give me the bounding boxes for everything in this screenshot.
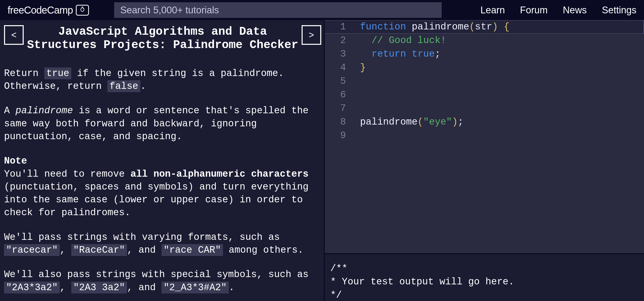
editor-line[interactable]: 4} [325, 61, 644, 74]
code-content[interactable]: function palindrome(str) { [353, 20, 644, 34]
text: , and [127, 282, 162, 293]
text: (punctuation, spaces and symbols) and tu… [4, 181, 309, 218]
gutter-number: 5 [325, 74, 353, 88]
code-content[interactable] [353, 74, 644, 88]
search-container [114, 2, 442, 18]
code-content[interactable]: palindrome("eye"); [353, 115, 644, 129]
code-ex5: "2A3 3a2" [71, 282, 127, 293]
editor-line[interactable]: 2 // Good luck! [325, 34, 644, 47]
gutter-number: 1 [325, 20, 353, 34]
note-heading: Note [4, 156, 27, 166]
code-content[interactable]: } [353, 61, 644, 74]
code-ex1: "racecar" [4, 244, 60, 256]
desc-p4: We'll pass strings with varying formats,… [4, 231, 321, 257]
bold-nonalpha: all non-alphanumeric characters [131, 169, 309, 179]
top-nav: freeCodeCamp Learn Forum News Settings [0, 0, 644, 20]
text: among others. [223, 245, 303, 255]
code-ex4: "2A3*3a2" [4, 282, 60, 293]
text: , [60, 245, 71, 255]
nav-links: Learn Forum News Settings [480, 5, 636, 16]
gutter-number: 8 [325, 115, 353, 129]
code-ex3: "race CAR" [162, 244, 223, 256]
text: , [60, 282, 71, 293]
editor-line[interactable]: 7 [325, 102, 644, 115]
lesson-titlebar: < JavaScript Algorithms and Data Structu… [4, 25, 321, 52]
lesson-description: Return true if the given string is a pal… [4, 67, 321, 294]
instructions-panel: < JavaScript Algorithms and Data Structu… [0, 20, 324, 301]
nav-link-settings[interactable]: Settings [602, 5, 636, 16]
code-true: true [44, 67, 71, 79]
code-content[interactable] [353, 102, 644, 115]
editor-line[interactable]: 9 [325, 129, 644, 142]
editor-line[interactable]: 1function palindrome(str) { [325, 20, 644, 34]
text: You'll need to remove [4, 169, 131, 179]
search-input[interactable] [114, 2, 442, 18]
lesson-title: JavaScript Algorithms and Data Structure… [27, 25, 299, 52]
next-challenge-button[interactable]: > [302, 25, 321, 45]
code-editor[interactable]: 1function palindrome(str) {2 // Good luc… [325, 20, 644, 253]
code-false: false [107, 80, 140, 92]
emphasis-palindrome: palindrome [16, 105, 73, 116]
prev-challenge-button[interactable]: < [4, 25, 24, 45]
gutter-number: 7 [325, 102, 353, 115]
console-output: /** * Your test output will go here. */ [325, 253, 644, 301]
code-content[interactable]: // Good luck! [353, 34, 644, 47]
fire-icon [79, 6, 86, 14]
nav-link-news[interactable]: News [563, 5, 587, 16]
editor-column: 1function palindrome(str) {2 // Good luc… [324, 20, 644, 301]
gutter-number: 9 [325, 129, 353, 142]
text: , and [127, 245, 162, 255]
code-ex2: "RaceCar" [71, 244, 127, 256]
code-content[interactable]: return true; [353, 47, 644, 61]
logo-box [76, 5, 89, 16]
logo[interactable]: freeCodeCamp [8, 5, 89, 16]
editor-line[interactable]: 6 [325, 88, 644, 102]
code-ex6: "2_A3*3#A2" [162, 282, 229, 293]
gutter-number: 6 [325, 88, 353, 102]
desc-p5: We'll also pass strings with special sym… [4, 268, 321, 294]
text: We'll also pass strings with special sym… [4, 269, 309, 280]
main: < JavaScript Algorithms and Data Structu… [0, 20, 644, 301]
gutter-number: 3 [325, 47, 353, 61]
desc-p2: A palindrome is a word or sentence that'… [4, 104, 321, 143]
code-content[interactable] [353, 129, 644, 142]
gutter-number: 4 [325, 61, 353, 74]
text: A [4, 105, 16, 116]
desc-p1: Return true if the given string is a pal… [4, 67, 321, 93]
nav-link-learn[interactable]: Learn [480, 5, 505, 16]
text: We'll pass strings with varying formats,… [4, 232, 280, 243]
editor-line[interactable]: 3 return true; [325, 47, 644, 61]
text: . [229, 282, 235, 293]
gutter-number: 2 [325, 34, 353, 47]
editor-line[interactable]: 8palindrome("eye"); [325, 115, 644, 129]
code-content[interactable] [353, 88, 644, 102]
logo-text: freeCodeCamp [8, 5, 73, 16]
desc-p3: Note You'll need to remove all non-alpha… [4, 155, 321, 219]
editor-line[interactable]: 5 [325, 74, 644, 88]
text: . [140, 81, 146, 92]
text: Return [4, 68, 44, 79]
nav-link-forum[interactable]: Forum [520, 5, 548, 16]
